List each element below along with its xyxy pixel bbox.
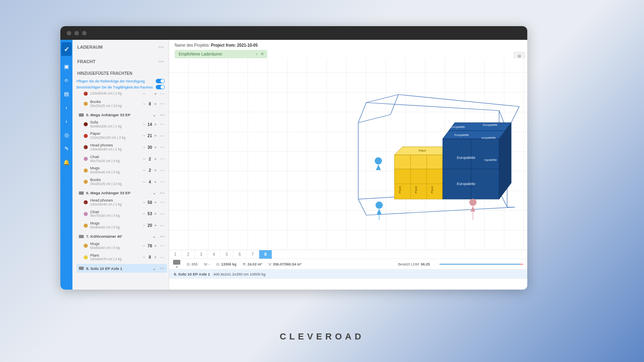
item-dims: 90x70x30 cm | 4 kg [90,214,140,218]
qty-plus[interactable]: + [154,122,157,127]
group-header[interactable]: 8. Solo 10 EP Axle 1 ⌄ ⋯ [76,264,167,273]
qty-minus[interactable]: − [143,212,145,216]
cargo-item[interactable]: Books 25x25x25 cm | 10 kg − 4 + ⋯ [76,177,167,189]
more-icon[interactable]: ⋯ [159,243,165,249]
share-icon[interactable]: ⎋ [63,77,70,83]
folder-icon[interactable]: ▣ [63,63,70,70]
qty-plus[interactable]: + [154,255,157,259]
window-max-dot[interactable] [82,31,87,35]
page-tab[interactable]: 4 [208,250,221,259]
qty-value: 58 [147,200,153,205]
item-dims: 25x25x25 cm | 10 kg [90,182,140,186]
group-header[interactable]: 7. Kühlcontainer 40' ⌄ ⋯ [76,232,167,241]
qty-minus[interactable]: − [143,122,145,127]
cargo-item[interactable]: Head phones 130x30x40 cm | 1 kg − 58 + ⋯ [76,197,167,209]
chevron-down-icon[interactable]: ⌄ [151,234,157,239]
cargo-item[interactable]: Head phones 130x30x40 cm | 1 kg − 30 + ⋯ [76,142,167,154]
qty-plus[interactable]: + [154,244,157,248]
qty-plus[interactable]: + [154,180,157,184]
qty-minus[interactable]: − [143,223,145,228]
section-fracht[interactable]: FRACHT ⋯ [72,54,169,69]
page-tab[interactable]: 7 [246,250,259,259]
cargo-item[interactable]: Mugs 50x80x40 cm | 5 kg − 2 + ⋯ [76,165,167,177]
more-icon[interactable]: ⋯ [159,144,165,150]
banner-prev-icon[interactable]: ‹ [256,51,258,56]
cargo-item[interactable]: Sofa 80x95x200 cm | 1 kg − 14 + ⋯ [76,119,167,131]
qty-plus[interactable]: + [154,200,157,205]
qty-plus[interactable]: + [154,168,157,173]
qty-minus[interactable]: − [143,102,145,106]
more-icon[interactable]: ⋯ [160,234,165,239]
qty-minus[interactable]: − [143,157,145,161]
more-icon[interactable]: ⋯ [159,121,165,127]
more-icon[interactable]: ⋯ [159,255,165,260]
cargo-item[interactable]: Books 25x25x25 cm | 10 kg − 8 + ⋯ [76,99,167,111]
toggle-capacity-switch[interactable] [156,85,165,89]
cargo-item[interactable]: Chair 90x70x30 cm | 4 kg − 53 + ⋯ [76,209,167,221]
more-icon[interactable]: ⋯ [160,112,165,118]
group-header[interactable]: 5. Mega Anhänger 33 EP ⌄ ⋯ [76,111,167,119]
section-laderaum[interactable]: LADERAUM ⋯ [72,40,169,54]
app-logo[interactable]: ✓ [61,42,72,56]
doc-icon[interactable]: ▤ [63,90,70,97]
more-icon[interactable]: ⋯ [160,265,165,271]
more-icon[interactable]: ⋯ [159,101,165,107]
page-tab[interactable]: 1 [169,250,182,259]
more-icon[interactable]: ⋯ [160,190,165,196]
page-tab[interactable]: 5 [221,250,233,259]
cargo-item[interactable]: Mugs 50x80x40 cm | 5 kg − 20 + ⋯ [76,220,167,232]
qty-plus[interactable]: + [154,92,157,96]
qty-plus[interactable]: + [154,134,157,138]
cargo-item[interactable]: 130x30x40 cm | 1 kg − + ⋯ [76,90,167,99]
detail-row[interactable]: 8. Solo 10 EP Axle 1 400.8x241.2x280 cm … [169,269,527,278]
page-tab[interactable]: 2 [182,250,195,259]
qty-plus[interactable]: + [154,223,157,228]
chevron-down-icon[interactable]: ⌄ [151,113,157,117]
item-name: Sofa [90,120,140,125]
cargo-item[interactable]: Chair 90x70x30 cm | 4 kg − 2 + ⋯ [76,154,167,166]
more-icon[interactable]: ⋯ [159,133,165,139]
more-icon[interactable]: ⋯ [159,200,165,205]
edit-icon[interactable]: ✎ [63,145,70,152]
qty-minus[interactable]: − [143,255,145,259]
more-icon[interactable]: ⋯ [159,168,165,173]
more-icon[interactable]: ⋯ [159,211,165,217]
qty-plus[interactable]: + [154,212,157,216]
banner-close-icon[interactable]: ✕ [260,51,264,57]
more-icon[interactable]: ⋯ [158,58,164,65]
qty-minus[interactable]: − [143,180,145,184]
toggle-order-switch[interactable] [156,79,165,83]
bell-icon[interactable]: 🔔 [63,159,70,165]
more-icon[interactable]: ⋯ [158,44,164,50]
3d-scene: Plant Plant Plant Plant [274,90,523,223]
window-close-dot[interactable] [67,31,71,35]
qty-plus[interactable]: + [154,145,157,150]
qty-minus[interactable]: − [143,145,145,150]
chevron-left-icon[interactable]: ‹ [63,104,70,111]
page-tab[interactable]: 8 [259,250,272,259]
more-icon[interactable]: ⋯ [159,223,165,228]
group-header[interactable]: 6. Mega Anhänger 33 EP ⌄ ⋯ [76,189,167,197]
3d-canvas[interactable]: Plant Plant Plant Plant [169,58,527,250]
chevron-right-icon[interactable]: › [63,118,70,124]
page-tab[interactable]: 3 [195,250,208,259]
qty-minus[interactable]: − [143,134,145,138]
chevron-down-icon[interactable]: ⌄ [151,266,157,271]
chevron-down-icon[interactable]: ⌄ [151,191,157,195]
qty-minus[interactable]: − [143,168,145,173]
qty-minus[interactable]: − [143,200,145,205]
cargo-item[interactable]: Paper 110x120x130 cm | 2 kg − 21 + ⋯ [76,131,167,142]
page-tab[interactable]: 6 [233,250,246,259]
qty-minus[interactable]: − [143,92,145,96]
item-dims: 130x30x40 cm | 1 kg [90,92,140,96]
more-icon[interactable]: ⋯ [159,91,165,97]
cargo-item[interactable]: Mugs 50x80x40 cm | 5 kg − 78 + ⋯ [76,241,167,253]
qty-plus[interactable]: + [154,102,157,106]
qty-minus[interactable]: − [143,244,145,248]
qty-plus[interactable]: + [154,157,157,161]
more-icon[interactable]: ⋯ [159,156,165,162]
target-icon[interactable]: ◎ [63,132,70,138]
window-min-dot[interactable] [74,31,79,35]
cargo-item[interactable]: Plant 160x60x70 cm | 4 kg − 8 + ⋯ [76,253,167,264]
more-icon[interactable]: ⋯ [159,179,165,185]
